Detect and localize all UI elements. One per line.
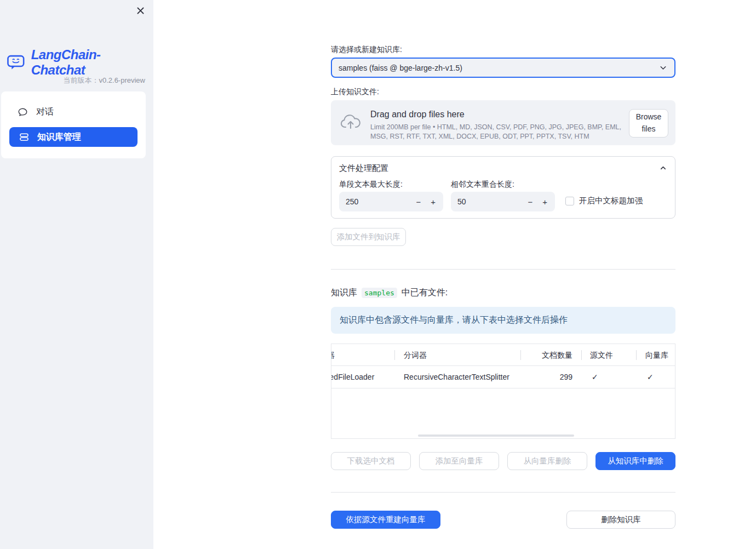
dropzone-text: Drag and drop files here Limit 200MB per… bbox=[370, 109, 632, 136]
column-header-splitter[interactable]: 分词器 bbox=[404, 344, 427, 365]
delete-from-kb-button[interactable]: 从知识库中删除 bbox=[595, 452, 675, 470]
sidebar-menu: 对话 知识库管理 bbox=[1, 92, 146, 158]
logo-chat-smiley-icon bbox=[7, 54, 26, 72]
kb-name-code: samples bbox=[362, 288, 397, 298]
table-row[interactable]: UnstructuredFileLoader RecursiveCharacte… bbox=[331, 366, 675, 388]
sidebar-item-chat[interactable]: 对话 bbox=[1, 101, 146, 122]
kb-list-icon bbox=[19, 131, 30, 142]
cell-source-check: ✓ bbox=[592, 366, 598, 388]
add-files-to-kb-button[interactable]: 添加文件到知识库 bbox=[331, 228, 406, 246]
kb-files-table: 文档加载器 分词器 文档数量 源文件 向量库 UnstructuredFileL… bbox=[331, 344, 675, 439]
divider bbox=[331, 269, 675, 270]
cell-docs-count: 299 bbox=[560, 366, 572, 388]
upload-label: 上传知识文件: bbox=[331, 87, 379, 97]
browse-files-button[interactable]: Browse files bbox=[629, 109, 668, 138]
zh-title-enhance-row: 开启中文标题加强 bbox=[565, 196, 643, 206]
kb-files-heading: 知识库 samples 中已有文件: bbox=[331, 287, 448, 299]
expander-header[interactable]: 文件处理配置 bbox=[331, 157, 675, 176]
divider bbox=[331, 492, 675, 493]
sidebar: LangChain-Chatchat 当前版本：v0.2.6-preview 对… bbox=[0, 0, 153, 549]
column-separator bbox=[581, 350, 582, 360]
column-header-vector-store[interactable]: 向量库 bbox=[645, 344, 668, 365]
kb-select-value: samples (faiss @ bge-large-zh-v1.5) bbox=[339, 64, 658, 72]
sidebar-item-label: 对话 bbox=[36, 106, 54, 118]
close-icon bbox=[136, 7, 145, 15]
cell-vector-check: ✓ bbox=[647, 366, 654, 388]
zh-title-enhance-label: 开启中文标题加强 bbox=[579, 196, 643, 206]
cell-loader: UnstructuredFileLoader bbox=[331, 366, 374, 388]
delete-from-vector-store-button[interactable]: 从向量库删除 bbox=[507, 452, 587, 470]
file-config-expander: 文件处理配置 单段文本最大长度: 250 − + 相邻文本重合长度: 50 − … bbox=[331, 156, 675, 219]
app-logo: LangChain-Chatchat bbox=[7, 47, 153, 78]
table-horizontal-scrollbar[interactable] bbox=[418, 434, 574, 437]
plus-button[interactable]: + bbox=[532, 197, 547, 207]
chunk-size-value[interactable]: 250 bbox=[346, 197, 406, 206]
logo-text: LangChain-Chatchat bbox=[31, 47, 153, 78]
kb-files-prefix: 知识库 bbox=[331, 287, 357, 299]
chunk-size-label: 单段文本最大长度: bbox=[339, 180, 403, 190]
kb-select-label: 请选择或新建知识库: bbox=[331, 45, 402, 55]
delete-knowledge-base-button[interactable]: 删除知识库 bbox=[566, 511, 675, 529]
version-line: 当前版本：v0.2.6-preview bbox=[0, 76, 145, 85]
version-value: v0.2.6-preview bbox=[99, 76, 145, 84]
kb-files-suffix: 中已有文件: bbox=[402, 287, 448, 299]
version-label: 当前版本： bbox=[63, 76, 99, 84]
column-header-source-file[interactable]: 源文件 bbox=[590, 344, 613, 365]
file-dropzone[interactable]: Drag and drop files here Limit 200MB per… bbox=[331, 100, 675, 145]
overlap-size-stepper[interactable]: 50 − + bbox=[451, 192, 555, 211]
zh-title-enhance-checkbox[interactable] bbox=[565, 197, 574, 205]
app-window: LangChain-Chatchat 当前版本：v0.2.6-preview 对… bbox=[0, 0, 756, 549]
sidebar-close-button[interactable] bbox=[134, 4, 146, 16]
column-separator bbox=[636, 350, 637, 360]
chevron-up-icon bbox=[659, 164, 667, 172]
column-separator bbox=[394, 350, 395, 360]
add-to-vector-store-button[interactable]: 添加至向量库 bbox=[419, 452, 499, 470]
overlap-size-value[interactable]: 50 bbox=[457, 197, 518, 206]
rebuild-vector-store-button[interactable]: 依据源文件重建向量库 bbox=[331, 511, 440, 529]
column-separator bbox=[520, 350, 521, 360]
chunk-size-stepper[interactable]: 250 − + bbox=[339, 192, 443, 211]
column-header-loader[interactable]: 文档加载器 bbox=[331, 344, 335, 365]
expander-title: 文件处理配置 bbox=[339, 160, 659, 174]
chat-bubble-icon bbox=[17, 106, 28, 118]
download-selected-button[interactable]: 下载选中文档 bbox=[331, 452, 411, 470]
overlap-size-label: 相邻文本重合长度: bbox=[451, 180, 514, 190]
minus-button[interactable]: − bbox=[406, 197, 421, 207]
sidebar-item-kb-management[interactable]: 知识库管理 bbox=[9, 127, 138, 147]
dropzone-title: Drag and drop files here bbox=[370, 110, 632, 119]
info-alert: 知识库中包含源文件与向量库，请从下表中选择文件后操作 bbox=[331, 307, 675, 334]
chevron-down-icon bbox=[658, 63, 668, 72]
dropzone-limit: Limit 200MB per file • HTML, MD, JSON, C… bbox=[370, 123, 632, 141]
sidebar-item-label: 知识库管理 bbox=[37, 131, 81, 143]
minus-button[interactable]: − bbox=[518, 197, 532, 207]
cloud-upload-icon bbox=[340, 113, 362, 131]
kb-select[interactable]: samples (faiss @ bge-large-zh-v1.5) bbox=[331, 58, 675, 78]
column-header-docs-count[interactable]: 文档数量 bbox=[542, 344, 572, 365]
cell-splitter: RecursiveCharacterTextSplitter bbox=[404, 366, 509, 388]
table-header: 文档加载器 分词器 文档数量 源文件 向量库 bbox=[331, 344, 675, 366]
plus-button[interactable]: + bbox=[421, 197, 436, 207]
